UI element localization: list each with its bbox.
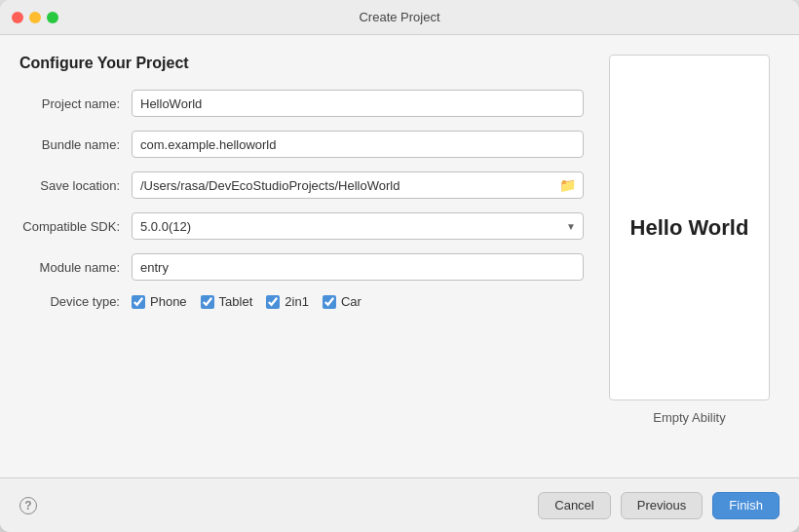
compatible-sdk-label: Compatible SDK: bbox=[19, 219, 132, 234]
left-panel: Configure Your Project Project name: Bun… bbox=[19, 55, 584, 458]
save-location-input[interactable] bbox=[132, 171, 584, 199]
compatible-sdk-row: Compatible SDK: 5.0.0(12) 4.1.0(11) 4.0.… bbox=[19, 212, 584, 240]
bundle-name-label: Bundle name: bbox=[19, 137, 132, 152]
device-phone-label: Phone bbox=[150, 294, 187, 309]
close-button[interactable] bbox=[12, 12, 23, 23]
section-title: Configure Your Project bbox=[19, 55, 584, 72]
save-location-wrapper: 📁 bbox=[132, 171, 584, 199]
save-location-label: Save location: bbox=[19, 178, 132, 193]
window-title: Create Project bbox=[359, 10, 439, 24]
project-name-row: Project name: bbox=[19, 90, 584, 117]
minimize-button[interactable] bbox=[29, 12, 41, 23]
module-name-input[interactable] bbox=[132, 253, 584, 281]
maximize-button[interactable] bbox=[47, 12, 58, 23]
device-tablet-checkbox[interactable] bbox=[201, 295, 214, 309]
compatible-sdk-select[interactable]: 5.0.0(12) 4.1.0(11) 4.0.0(10) bbox=[132, 212, 584, 240]
footer: ? Cancel Previous Finish bbox=[0, 477, 799, 532]
device-car[interactable]: Car bbox=[323, 294, 361, 309]
device-phone[interactable]: Phone bbox=[132, 294, 187, 309]
module-name-label: Module name: bbox=[19, 260, 132, 275]
footer-left: ? bbox=[19, 497, 37, 514]
device-type-row: Device type: Phone Tablet 2in1 bbox=[19, 294, 584, 309]
device-type-options: Phone Tablet 2in1 Car bbox=[132, 294, 361, 309]
finish-button[interactable]: Finish bbox=[712, 492, 780, 519]
titlebar: Create Project bbox=[0, 0, 799, 35]
device-car-checkbox[interactable] bbox=[323, 295, 336, 309]
device-2in1-checkbox[interactable] bbox=[266, 295, 280, 309]
folder-icon[interactable]: 📁 bbox=[559, 177, 576, 193]
save-location-row: Save location: 📁 bbox=[19, 171, 584, 199]
device-2in1-label: 2in1 bbox=[285, 294, 309, 309]
compatible-sdk-wrapper: 5.0.0(12) 4.1.0(11) 4.0.0(10) ▼ bbox=[132, 212, 584, 240]
preview-label: Empty Ability bbox=[653, 410, 725, 425]
bundle-name-input[interactable] bbox=[132, 131, 584, 158]
help-icon[interactable]: ? bbox=[19, 497, 37, 514]
device-tablet-label: Tablet bbox=[219, 294, 253, 309]
right-panel: Hello World Empty Ability bbox=[599, 55, 780, 458]
preview-title: Hello World bbox=[630, 215, 749, 241]
traffic-lights bbox=[12, 12, 58, 23]
device-tablet[interactable]: Tablet bbox=[201, 294, 253, 309]
footer-right: Cancel Previous Finish bbox=[538, 492, 780, 519]
device-type-label: Device type: bbox=[19, 294, 132, 309]
module-name-row: Module name: bbox=[19, 253, 584, 281]
preview-box: Hello World bbox=[609, 55, 770, 400]
project-name-input[interactable] bbox=[132, 90, 584, 117]
previous-button[interactable]: Previous bbox=[621, 492, 704, 519]
device-phone-checkbox[interactable] bbox=[132, 295, 145, 309]
create-project-window: Create Project Configure Your Project Pr… bbox=[0, 0, 799, 532]
device-2in1[interactable]: 2in1 bbox=[266, 294, 309, 309]
main-content: Configure Your Project Project name: Bun… bbox=[0, 35, 799, 477]
device-car-label: Car bbox=[341, 294, 361, 309]
cancel-button[interactable]: Cancel bbox=[538, 492, 610, 519]
bundle-name-row: Bundle name: bbox=[19, 131, 584, 158]
project-name-label: Project name: bbox=[19, 96, 132, 111]
